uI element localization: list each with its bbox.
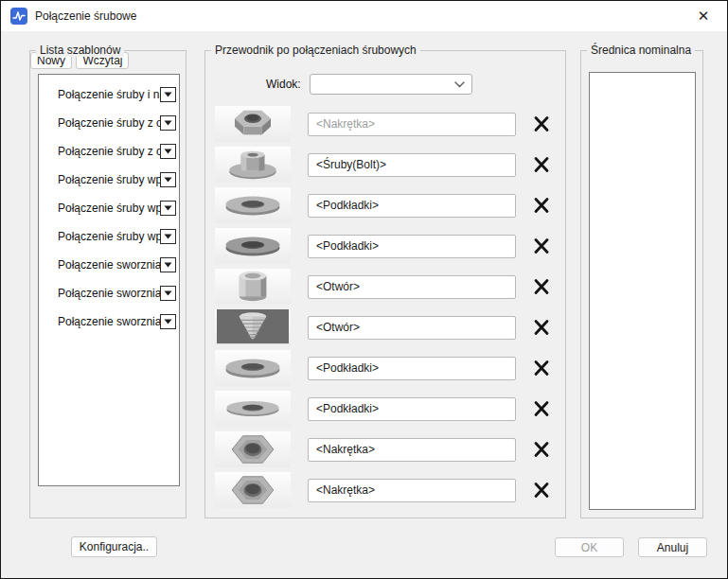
guide-rows: <Nakrętka><Śruby(Bolt)><Podkładki><Podkł…: [215, 106, 558, 508]
component-field[interactable]: <Podkładki>: [308, 194, 516, 218]
component-field[interactable]: <Podkładki>: [308, 357, 516, 380]
hex-nut-icon: [215, 472, 291, 508]
component-field[interactable]: <Otwór>: [308, 275, 516, 299]
guide-row: <Podkładki>: [215, 350, 558, 386]
component-field-value: <Nakrętka>: [316, 117, 375, 131]
template-list-item[interactable]: Połączenie śruby wp: [39, 166, 179, 194]
component-field-value: <Podkładki>: [316, 361, 379, 375]
template-item-label: Połączenie śruby wp: [58, 173, 160, 186]
guide-row: <Otwór>: [215, 269, 558, 305]
guide-row: <Podkładki>: [215, 187, 558, 223]
chevron-down-icon[interactable]: [160, 229, 176, 244]
template-list-item[interactable]: Połączenie śruby wp: [39, 222, 179, 251]
cancel-button[interactable]: Anuluj: [638, 537, 707, 557]
chevron-down-icon[interactable]: [160, 286, 176, 301]
component-field-value: <Podkładki>: [316, 239, 379, 253]
delete-icon[interactable]: [532, 318, 551, 337]
template-list-item[interactable]: Połączenie śruby i na: [39, 80, 179, 109]
chevron-down-icon[interactable]: [160, 144, 176, 159]
hex-nut-3d-icon: [215, 106, 291, 142]
template-item-label: Połączenie śruby wp: [58, 202, 160, 215]
guide-row: <Śruby(Bolt)>: [215, 147, 558, 183]
template-list-item[interactable]: Połączenie sworznia: [39, 251, 179, 279]
template-list-item[interactable]: Połączenie sworznia: [39, 279, 179, 307]
template-item-label: Połączenie sworznia: [58, 258, 160, 272]
template-item-label: Połączenie śruby wp: [58, 230, 160, 243]
component-field-value: <Nakrętka>: [316, 483, 375, 497]
template-item-label: Połączenie sworznia: [58, 287, 160, 300]
delete-icon[interactable]: [532, 440, 551, 459]
window-title: Połączenie śrubowe: [35, 9, 136, 23]
guide-row: <Otwór>: [215, 309, 558, 345]
component-field[interactable]: <Podkładki>: [308, 235, 516, 258]
washer-icon: [215, 187, 291, 223]
template-item-label: Połączenie śruby z o: [58, 116, 160, 130]
titlebar: Połączenie śrubowe ✕: [1, 1, 727, 31]
component-field[interactable]: <Otwór>: [308, 316, 516, 340]
view-row: Widok:: [205, 74, 565, 95]
guide-row: <Podkładki>: [215, 391, 558, 427]
app-icon: [10, 8, 27, 25]
component-field-value: <Śruby(Bolt)>: [316, 158, 386, 171]
guide-row: <Nakrętka>: [215, 431, 558, 467]
chevron-down-icon[interactable]: [160, 257, 176, 272]
template-item-label: Połączenie śruby z o: [58, 145, 160, 158]
template-list-item[interactable]: Połączenie śruby z o: [39, 137, 179, 166]
chevron-down-icon[interactable]: [160, 314, 176, 329]
guide-row: <Nakrętka>: [215, 106, 558, 142]
view-combobox[interactable]: [310, 74, 472, 95]
delete-icon[interactable]: [532, 359, 551, 377]
component-field[interactable]: <Podkładki>: [308, 397, 516, 421]
template-list-item[interactable]: Połączenie sworznia: [39, 307, 179, 336]
threaded-cone-icon: [215, 309, 291, 345]
configuration-button[interactable]: Konfiguracja..: [71, 536, 157, 557]
cylinder-icon: [215, 269, 291, 305]
component-field[interactable]: <Nakrętka>: [308, 438, 516, 462]
component-field-value: <Otwór>: [316, 321, 360, 334]
template-item-label: Połączenie sworznia: [58, 315, 160, 328]
component-field-value: <Otwór>: [316, 280, 360, 293]
delete-icon[interactable]: [532, 237, 551, 255]
ok-button[interactable]: OK: [555, 537, 624, 557]
delete-icon[interactable]: [532, 481, 551, 500]
component-field[interactable]: <Śruby(Bolt)>: [308, 153, 516, 177]
chevron-down-icon[interactable]: [160, 172, 176, 187]
nominal-diameter-group-label: Średnica nominalna: [587, 44, 695, 57]
delete-icon[interactable]: [532, 277, 551, 296]
template-list-item[interactable]: Połączenie śruby z o: [39, 109, 179, 137]
delete-icon[interactable]: [532, 155, 551, 174]
component-field-value: <Nakrętka>: [316, 443, 375, 456]
component-field-value: <Podkładki>: [316, 402, 379, 415]
washer-icon: [215, 350, 291, 386]
chevron-down-icon: [454, 81, 465, 88]
chevron-down-icon[interactable]: [160, 201, 176, 216]
delete-icon[interactable]: [532, 114, 551, 133]
nominal-diameter-listbox[interactable]: [589, 72, 696, 510]
bolted-connection-dialog: Połączenie śrubowe ✕ Lista szablonów Poł…: [0, 0, 728, 579]
component-field[interactable]: <Nakrętka>: [308, 113, 516, 136]
guide-group-label: Przewodnik po połączeniach śrubowych: [211, 44, 420, 57]
view-label: Widok:: [266, 78, 301, 91]
template-listbox[interactable]: Połączenie śruby i naPołączenie śruby z …: [38, 74, 180, 486]
nominal-diameter-group: Średnica nominalna: [580, 50, 703, 518]
template-list-item[interactable]: Połączenie śruby wp: [39, 194, 179, 222]
hex-nut-icon: [215, 431, 291, 467]
guide-row: <Podkładki>: [215, 228, 558, 264]
chevron-down-icon[interactable]: [160, 87, 176, 102]
component-field-value: <Podkładki>: [316, 199, 379, 212]
delete-icon[interactable]: [532, 399, 551, 418]
template-item-label: Połączenie śruby i na: [58, 88, 160, 101]
template-list-group: Lista szablonów Połączenie śruby i naPoł…: [29, 50, 186, 518]
template-list-group-label: Lista szablonów: [36, 44, 124, 57]
component-field[interactable]: <Nakrętka>: [308, 479, 516, 502]
guide-group: Przewodnik po połączeniach śrubowych Wid…: [204, 50, 566, 518]
delete-icon[interactable]: [532, 196, 551, 215]
washer-dark-icon: [215, 228, 291, 264]
washer-flat-icon: [215, 391, 291, 427]
close-icon[interactable]: ✕: [689, 3, 718, 29]
guide-row: <Nakrętka>: [215, 472, 558, 508]
chevron-down-icon[interactable]: [160, 115, 176, 131]
flange-nut-icon: [215, 147, 291, 183]
